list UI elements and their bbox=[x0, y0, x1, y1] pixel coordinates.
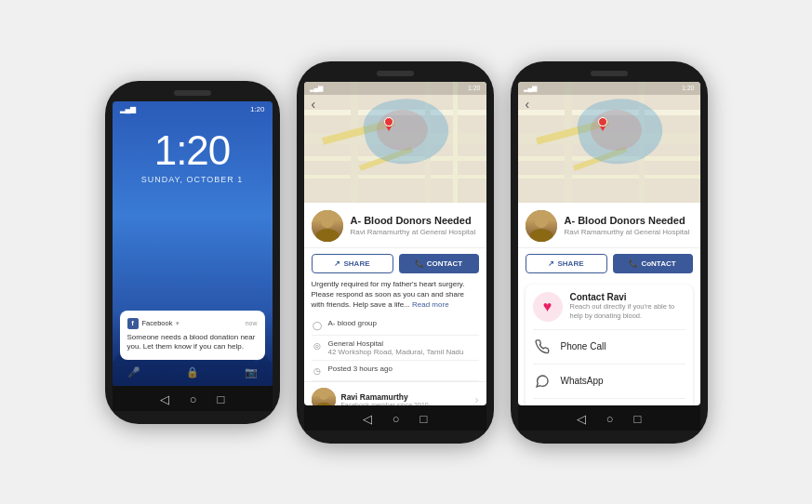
blood-post-header: A- Blood Donors Needed Ravi Ramamurthy a… bbox=[304, 203, 486, 248]
notification-text: Someone needs a blood donation near you.… bbox=[127, 333, 258, 352]
contact-label-3: CoNTACT bbox=[641, 259, 675, 268]
nav-home-3[interactable]: ○ bbox=[606, 412, 614, 426]
share-button-3[interactable]: ↗ SHARE bbox=[526, 254, 607, 273]
phone-icon: 📞 bbox=[415, 259, 424, 268]
map-road bbox=[453, 82, 458, 203]
notification-header: f Facebook ▾ now bbox=[127, 318, 258, 329]
phone-nav-bar-3: ◁ ○ □ bbox=[518, 405, 700, 431]
read-more-link[interactable]: Read more bbox=[412, 300, 449, 309]
action-buttons-3: ↗ SHARE 📞 CoNTACT bbox=[518, 248, 700, 279]
avatar-body bbox=[316, 229, 339, 242]
facebook-icon: f bbox=[127, 318, 139, 329]
poster-info: Ravi Ramamurthy Facebook member since 20… bbox=[341, 392, 470, 405]
nav-back-2[interactable]: ◁ bbox=[363, 412, 372, 426]
location-icon: ◎ bbox=[312, 340, 323, 351]
time-3: 1:20 bbox=[682, 85, 695, 91]
nav-home-2[interactable]: ○ bbox=[393, 412, 400, 426]
contact-panel-header: ♥ Contact Ravi Reach out directly if you… bbox=[533, 292, 686, 322]
map-pin-circle-3 bbox=[598, 117, 607, 126]
map-back-button-3[interactable]: ‹ bbox=[526, 97, 530, 112]
city-background: f Facebook ▾ now Someone needs a blood d… bbox=[113, 184, 273, 386]
map-pin-3 bbox=[598, 117, 607, 130]
nav-back-3[interactable]: ◁ bbox=[577, 412, 586, 426]
share-icon: ↗ bbox=[334, 259, 340, 268]
blood-post-header-3: A- Blood Donors Needed Ravi Ramamurthy a… bbox=[518, 203, 700, 248]
notification-dropdown: ▾ bbox=[176, 320, 180, 327]
lock-time-display: 1:20 bbox=[250, 105, 265, 113]
avatar-head bbox=[321, 215, 334, 228]
detail-list: ◯ A- blood group ◎ General Hospital42 Wo… bbox=[304, 315, 486, 381]
map-pin-tail bbox=[386, 126, 392, 131]
status-bar-3: ▂▄▆ 1:20 bbox=[518, 82, 700, 95]
lock-date: SUNDAY, OCTOBER 1 bbox=[141, 175, 244, 184]
action-buttons: ↗ SHARE 📞 CONTACT bbox=[304, 248, 486, 279]
nav-recent[interactable]: □ bbox=[218, 392, 225, 406]
blood-group-icon: ◯ bbox=[312, 320, 323, 331]
ravi-head bbox=[319, 391, 328, 400]
contact-button-3[interactable]: 📞 CoNTACT bbox=[613, 254, 693, 273]
map-highlight-pink-3 bbox=[591, 110, 642, 151]
poster-row[interactable]: Ravi Ramamurthy Facebook member since 20… bbox=[304, 381, 486, 405]
status-bar: ▂▄▆ 1:20 bbox=[113, 101, 273, 115]
map-road-3 bbox=[565, 82, 572, 203]
map-pin bbox=[384, 117, 393, 130]
whatsapp-option[interactable]: WhatsApp bbox=[533, 364, 686, 398]
heart-icon: ♥ bbox=[543, 298, 552, 315]
phone-call-label: Phone Call bbox=[561, 341, 606, 351]
post-description: Urgently required for my father's heart … bbox=[304, 279, 486, 316]
phone-nav-bar: ◁ ○ □ bbox=[113, 386, 273, 411]
phone-icon-3: 📞 bbox=[629, 259, 638, 268]
lock-time: 1:20 bbox=[154, 130, 231, 171]
content-area-3: A- Blood Donors Needed Ravi Ramamurthy a… bbox=[518, 203, 700, 405]
map-road bbox=[304, 175, 486, 179]
ravi-avatar bbox=[312, 388, 336, 405]
messenger-option[interactable]: Messenger bbox=[533, 398, 686, 405]
blood-group-detail: ◯ A- blood group bbox=[312, 315, 479, 336]
post-title-3: A- Blood Donors Needed bbox=[565, 215, 693, 227]
share-button[interactable]: ↗ SHARE bbox=[312, 254, 393, 273]
avatar-image bbox=[312, 210, 343, 242]
content-area: A- Blood Donors Needed Ravi Ramamurthy a… bbox=[304, 203, 486, 405]
poster-name: Ravi Ramamurthy bbox=[341, 392, 470, 402]
contact-panel-text: Contact Ravi Reach out directly if you'r… bbox=[570, 292, 686, 321]
phone-speaker-2 bbox=[377, 71, 414, 76]
heart-icon-wrap: ♥ bbox=[533, 292, 563, 322]
chevron-right-icon: › bbox=[475, 393, 479, 405]
signal-indicator: ▂▄▆ bbox=[120, 105, 137, 113]
map-road-3 bbox=[518, 175, 700, 179]
post-title-area-3: A- Blood Donors Needed Ravi Ramamurthy a… bbox=[565, 215, 693, 236]
phone-call-icon bbox=[533, 338, 552, 356]
map-highlight-pink bbox=[377, 110, 428, 151]
nav-back[interactable]: ◁ bbox=[160, 392, 169, 406]
avatar-head-3 bbox=[535, 215, 548, 228]
post-title-area: A- Blood Donors Needed Ravi Ramamurthy a… bbox=[351, 215, 479, 236]
lock-screen: ▂▄▆ 1:20 1:20 SUNDAY, OCTOBER 1 f Facebo… bbox=[113, 101, 273, 386]
map-pin-tail-3 bbox=[600, 126, 606, 131]
notification-app-name: Facebook bbox=[142, 319, 173, 327]
map-area-3: ‹ bbox=[518, 82, 700, 203]
phone-call-option[interactable]: Phone Call bbox=[533, 329, 686, 364]
avatar-image-3 bbox=[526, 210, 557, 242]
post-title: A- Blood Donors Needed bbox=[351, 215, 479, 227]
poster-avatar-3 bbox=[526, 210, 557, 242]
nav-home[interactable]: ○ bbox=[190, 392, 197, 406]
map-pin-circle bbox=[384, 117, 393, 126]
clock-icon: ◷ bbox=[312, 365, 323, 377]
share-label-3: SHARE bbox=[557, 259, 583, 268]
map-back-button[interactable]: ‹ bbox=[312, 97, 316, 112]
phone-2: ▂▄▆ 1:20 bbox=[297, 61, 494, 444]
app-screen-3: ▂▄▆ 1:20 bbox=[518, 82, 700, 405]
signal-3: ▂▄▆ bbox=[524, 85, 538, 92]
contact-ravi-title: Contact Ravi bbox=[570, 292, 686, 302]
camera-icon: 📷 bbox=[245, 366, 258, 378]
whatsapp-label: WhatsApp bbox=[561, 376, 604, 386]
contact-panel: ♥ Contact Ravi Reach out directly if you… bbox=[526, 285, 693, 405]
contact-button[interactable]: 📞 CONTACT bbox=[399, 254, 479, 273]
nav-recent-3[interactable]: □ bbox=[634, 412, 642, 426]
nav-recent-2[interactable]: □ bbox=[420, 412, 428, 426]
lock-icon: 🔒 bbox=[186, 366, 199, 378]
phone-3: ▂▄▆ 1:20 bbox=[511, 61, 708, 444]
ravi-body bbox=[315, 403, 332, 405]
contact-panel-subtitle: Reach out directly if you're able to hel… bbox=[570, 302, 686, 321]
share-label: SHARE bbox=[343, 259, 369, 268]
